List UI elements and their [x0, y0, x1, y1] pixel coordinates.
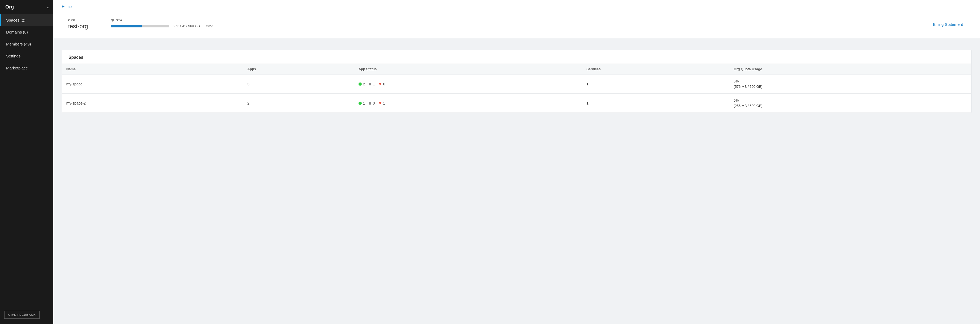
running-count-1: 2	[363, 82, 365, 86]
status-stopped-2: 0	[369, 101, 375, 105]
quota-usage-1: 0% (576 MB / 500 GB)	[734, 79, 967, 89]
space-app-status-2: 1 0 1	[354, 94, 582, 113]
space-quota-1: 0% (576 MB / 500 GB)	[730, 75, 971, 94]
sidebar-item-members[interactable]: Members (49)	[0, 38, 53, 50]
quota-text: 263 GB / 500 GB	[173, 24, 200, 28]
space-app-status-1: 2 1 0	[354, 75, 582, 94]
give-feedback-button[interactable]: Give Feedback	[4, 311, 40, 319]
table-row: my-space 3 2 1	[62, 75, 971, 94]
org-name: test-org	[68, 23, 100, 30]
top-bar: Home ORG test-org QUOTA 263 GB / 500 GB …	[53, 0, 980, 38]
sidebar: Org « Spaces (2) Domains (8) Members (49…	[0, 0, 53, 324]
stopped-count-1: 1	[372, 82, 375, 86]
quota-usage-2: 0% (256 MB / 500 GB)	[734, 98, 967, 108]
col-header-name: Name	[62, 64, 243, 75]
running-icon-1	[358, 83, 362, 86]
main-wrapper: Home ORG test-org QUOTA 263 GB / 500 GB …	[53, 0, 980, 324]
table-row: my-space-2 2 1 0	[62, 94, 971, 113]
running-icon-2	[358, 102, 362, 105]
quota-section: QUOTA 263 GB / 500 GB 53%	[111, 19, 213, 28]
home-link[interactable]: Home	[62, 5, 72, 9]
stopped-icon-1	[369, 83, 371, 86]
crashed-count-2: 1	[383, 101, 385, 105]
table-header-row: Name Apps App Status Services Org Quota …	[62, 64, 971, 75]
main-content: Spaces Name Apps App Status Services Org…	[53, 38, 980, 324]
sidebar-item-spaces[interactable]: Spaces (2)	[0, 14, 53, 26]
quota-bar-background	[111, 25, 169, 27]
crashed-count-1: 0	[383, 82, 385, 86]
org-bar: ORG test-org QUOTA 263 GB / 500 GB 53% B…	[62, 14, 972, 34]
space-name-1[interactable]: my-space	[62, 75, 243, 94]
sidebar-item-domains[interactable]: Domains (8)	[0, 26, 53, 38]
stopped-icon-2	[369, 102, 371, 105]
spaces-table: Name Apps App Status Services Org Quota …	[62, 64, 971, 113]
quota-bar-fill	[111, 25, 142, 27]
crashed-icon-1	[379, 83, 382, 86]
status-crashed-1: 0	[379, 82, 385, 86]
sidebar-item-settings[interactable]: Settings	[0, 50, 53, 62]
spaces-section: Spaces Name Apps App Status Services Org…	[62, 50, 972, 113]
space-name-2[interactable]: my-space-2	[62, 94, 243, 113]
col-header-app-status: App Status	[354, 64, 582, 75]
sidebar-item-marketplace[interactable]: Marketplace	[0, 62, 53, 74]
collapse-icon[interactable]: «	[47, 5, 49, 9]
quota-detail-1: (576 MB / 500 GB)	[734, 84, 762, 89]
space-apps-1: 3	[243, 75, 354, 94]
org-info: ORG test-org	[68, 19, 100, 30]
col-header-services: Services	[582, 64, 729, 75]
quota-percent: 53%	[206, 24, 213, 28]
status-running-1: 2	[358, 82, 365, 86]
space-services-1: 1	[582, 75, 729, 94]
space-apps-2: 2	[243, 94, 354, 113]
space-quota-2: 0% (256 MB / 500 GB)	[730, 94, 971, 113]
quota-percent-1: 0%	[734, 79, 739, 83]
quota-bar-container: 263 GB / 500 GB 53%	[111, 24, 213, 28]
stopped-count-2: 0	[372, 101, 375, 105]
spaces-title: Spaces	[62, 50, 971, 64]
sidebar-title: Org	[5, 4, 14, 10]
app-status-icons-1: 2 1 0	[358, 82, 578, 86]
space-services-2: 1	[582, 94, 729, 113]
status-crashed-2: 1	[379, 101, 385, 105]
col-header-apps: Apps	[243, 64, 354, 75]
org-label: ORG	[68, 19, 100, 22]
sidebar-header: Org «	[0, 0, 53, 14]
status-stopped-1: 1	[369, 82, 375, 86]
crashed-icon-2	[379, 102, 382, 105]
breadcrumb: Home	[62, 4, 972, 9]
running-count-2: 1	[363, 101, 365, 105]
quota-percent-2: 0%	[734, 98, 739, 102]
sidebar-nav: Spaces (2) Domains (8) Members (49) Sett…	[0, 14, 53, 305]
quota-detail-2: (256 MB / 500 GB)	[734, 104, 762, 108]
col-header-quota: Org Quota Usage	[730, 64, 971, 75]
app-status-icons-2: 1 0 1	[358, 101, 578, 105]
quota-label: QUOTA	[111, 19, 213, 22]
sidebar-feedback: Give Feedback	[4, 311, 49, 319]
billing-statement-link[interactable]: Billing Statement	[933, 22, 963, 27]
status-running-2: 1	[358, 101, 365, 105]
